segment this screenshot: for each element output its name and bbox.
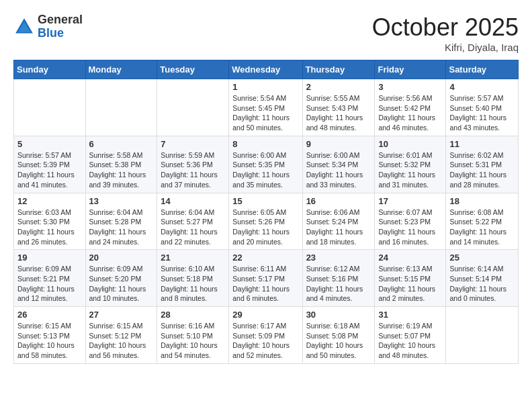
logo: General Blue <box>13 13 83 40</box>
calendar-cell <box>85 79 157 136</box>
logo-general: General <box>38 13 83 27</box>
calendar-cell: 30Sunrise: 6:18 AM Sunset: 5:08 PM Dayli… <box>302 307 375 364</box>
calendar-cell: 2Sunrise: 5:55 AM Sunset: 5:43 PM Daylig… <box>302 79 375 136</box>
day-info: Sunrise: 5:55 AM Sunset: 5:43 PM Dayligh… <box>306 93 371 133</box>
calendar-cell: 19Sunrise: 6:09 AM Sunset: 5:21 PM Dayli… <box>14 250 86 307</box>
title-block: October 2025 Kifri, Diyala, Iraq <box>372 13 519 53</box>
logo-icon <box>13 16 35 38</box>
weekday-header: Monday <box>85 60 157 79</box>
calendar-week-row: 26Sunrise: 6:15 AM Sunset: 5:13 PM Dayli… <box>14 307 519 364</box>
day-number: 9 <box>306 139 371 149</box>
day-number: 10 <box>378 139 442 149</box>
day-info: Sunrise: 5:58 AM Sunset: 5:38 PM Dayligh… <box>89 150 154 190</box>
day-info: Sunrise: 6:08 AM Sunset: 5:22 PM Dayligh… <box>449 208 515 247</box>
calendar-week-row: 12Sunrise: 6:03 AM Sunset: 5:30 PM Dayli… <box>14 193 519 250</box>
day-info: Sunrise: 6:09 AM Sunset: 5:20 PM Dayligh… <box>89 264 154 304</box>
day-info: Sunrise: 6:05 AM Sunset: 5:26 PM Dayligh… <box>232 208 298 247</box>
day-number: 22 <box>232 253 298 263</box>
weekday-header: Thursday <box>302 60 375 79</box>
day-number: 26 <box>17 310 82 320</box>
calendar-cell: 25Sunrise: 6:14 AM Sunset: 5:14 PM Dayli… <box>446 250 519 307</box>
day-number: 14 <box>161 196 225 206</box>
day-number: 29 <box>232 310 298 320</box>
day-number: 30 <box>306 310 371 320</box>
calendar-cell: 7Sunrise: 5:59 AM Sunset: 5:36 PM Daylig… <box>157 136 229 193</box>
calendar-cell <box>446 307 519 364</box>
day-info: Sunrise: 6:12 AM Sunset: 5:16 PM Dayligh… <box>306 264 371 304</box>
day-info: Sunrise: 6:16 AM Sunset: 5:10 PM Dayligh… <box>161 321 225 361</box>
day-info: Sunrise: 5:56 AM Sunset: 5:42 PM Dayligh… <box>378 93 442 133</box>
calendar-cell: 15Sunrise: 6:05 AM Sunset: 5:26 PM Dayli… <box>229 193 302 250</box>
day-info: Sunrise: 6:07 AM Sunset: 5:23 PM Dayligh… <box>378 208 442 247</box>
calendar-cell: 14Sunrise: 6:04 AM Sunset: 5:27 PM Dayli… <box>157 193 229 250</box>
day-number: 3 <box>378 82 442 92</box>
day-info: Sunrise: 6:15 AM Sunset: 5:13 PM Dayligh… <box>17 321 82 361</box>
calendar-table: SundayMondayTuesdayWednesdayThursdayFrid… <box>13 60 519 364</box>
calendar-cell: 9Sunrise: 6:00 AM Sunset: 5:34 PM Daylig… <box>302 136 375 193</box>
day-info: Sunrise: 6:00 AM Sunset: 5:34 PM Dayligh… <box>306 150 371 190</box>
day-number: 5 <box>17 139 82 149</box>
logo-text: General Blue <box>38 13 83 40</box>
calendar-cell: 3Sunrise: 5:56 AM Sunset: 5:42 PM Daylig… <box>375 79 446 136</box>
calendar-week-row: 19Sunrise: 6:09 AM Sunset: 5:21 PM Dayli… <box>14 250 519 307</box>
calendar-cell: 22Sunrise: 6:11 AM Sunset: 5:17 PM Dayli… <box>229 250 302 307</box>
calendar-cell: 26Sunrise: 6:15 AM Sunset: 5:13 PM Dayli… <box>14 307 86 364</box>
calendar-cell: 31Sunrise: 6:19 AM Sunset: 5:07 PM Dayli… <box>375 307 446 364</box>
calendar-cell: 27Sunrise: 6:15 AM Sunset: 5:12 PM Dayli… <box>85 307 157 364</box>
calendar-cell: 28Sunrise: 6:16 AM Sunset: 5:10 PM Dayli… <box>157 307 229 364</box>
day-info: Sunrise: 6:02 AM Sunset: 5:31 PM Dayligh… <box>449 150 515 190</box>
day-number: 25 <box>449 253 515 263</box>
day-info: Sunrise: 5:57 AM Sunset: 5:40 PM Dayligh… <box>449 93 515 133</box>
day-number: 20 <box>89 253 154 263</box>
weekday-header: Wednesday <box>229 60 302 79</box>
day-info: Sunrise: 6:03 AM Sunset: 5:30 PM Dayligh… <box>17 208 82 247</box>
calendar-cell: 24Sunrise: 6:13 AM Sunset: 5:15 PM Dayli… <box>375 250 446 307</box>
day-number: 8 <box>232 139 298 149</box>
calendar-cell: 1Sunrise: 5:54 AM Sunset: 5:45 PM Daylig… <box>229 79 302 136</box>
day-number: 18 <box>449 196 515 206</box>
day-info: Sunrise: 6:17 AM Sunset: 5:09 PM Dayligh… <box>232 321 298 361</box>
calendar-cell: 10Sunrise: 6:01 AM Sunset: 5:32 PM Dayli… <box>375 136 446 193</box>
weekday-header: Tuesday <box>157 60 229 79</box>
calendar-cell: 21Sunrise: 6:10 AM Sunset: 5:18 PM Dayli… <box>157 250 229 307</box>
day-info: Sunrise: 6:11 AM Sunset: 5:17 PM Dayligh… <box>232 264 298 304</box>
day-number: 17 <box>378 196 442 206</box>
logo-blue: Blue <box>38 27 83 40</box>
calendar-week-row: 5Sunrise: 5:57 AM Sunset: 5:39 PM Daylig… <box>14 136 519 193</box>
weekday-header: Saturday <box>446 60 519 79</box>
day-info: Sunrise: 6:00 AM Sunset: 5:35 PM Dayligh… <box>232 150 298 190</box>
day-number: 19 <box>17 253 82 263</box>
day-number: 4 <box>449 82 515 92</box>
day-number: 24 <box>378 253 442 263</box>
calendar-cell: 18Sunrise: 6:08 AM Sunset: 5:22 PM Dayli… <box>446 193 519 250</box>
calendar-cell: 20Sunrise: 6:09 AM Sunset: 5:20 PM Dayli… <box>85 250 157 307</box>
weekday-header-row: SundayMondayTuesdayWednesdayThursdayFrid… <box>14 60 519 79</box>
day-number: 1 <box>232 82 298 92</box>
calendar-cell: 13Sunrise: 6:04 AM Sunset: 5:28 PM Dayli… <box>85 193 157 250</box>
weekday-header: Friday <box>375 60 446 79</box>
day-info: Sunrise: 6:04 AM Sunset: 5:27 PM Dayligh… <box>161 208 225 247</box>
day-info: Sunrise: 5:54 AM Sunset: 5:45 PM Dayligh… <box>232 93 298 133</box>
day-number: 27 <box>89 310 154 320</box>
day-info: Sunrise: 6:04 AM Sunset: 5:28 PM Dayligh… <box>89 208 154 247</box>
day-info: Sunrise: 6:13 AM Sunset: 5:15 PM Dayligh… <box>378 264 442 304</box>
calendar-cell: 5Sunrise: 5:57 AM Sunset: 5:39 PM Daylig… <box>14 136 86 193</box>
day-info: Sunrise: 6:01 AM Sunset: 5:32 PM Dayligh… <box>378 150 442 190</box>
day-info: Sunrise: 5:59 AM Sunset: 5:36 PM Dayligh… <box>161 150 225 190</box>
day-number: 28 <box>161 310 225 320</box>
day-info: Sunrise: 6:19 AM Sunset: 5:07 PM Dayligh… <box>378 321 442 361</box>
calendar-cell: 8Sunrise: 6:00 AM Sunset: 5:35 PM Daylig… <box>229 136 302 193</box>
calendar-cell: 29Sunrise: 6:17 AM Sunset: 5:09 PM Dayli… <box>229 307 302 364</box>
day-number: 2 <box>306 82 371 92</box>
day-info: Sunrise: 6:18 AM Sunset: 5:08 PM Dayligh… <box>306 321 371 361</box>
day-info: Sunrise: 6:09 AM Sunset: 5:21 PM Dayligh… <box>17 264 82 304</box>
day-number: 16 <box>306 196 371 206</box>
page-header: General Blue October 2025 Kifri, Diyala,… <box>13 13 519 53</box>
day-info: Sunrise: 6:14 AM Sunset: 5:14 PM Dayligh… <box>449 264 515 304</box>
day-number: 21 <box>161 253 225 263</box>
calendar-cell: 11Sunrise: 6:02 AM Sunset: 5:31 PM Dayli… <box>446 136 519 193</box>
calendar-cell: 6Sunrise: 5:58 AM Sunset: 5:38 PM Daylig… <box>85 136 157 193</box>
day-number: 12 <box>17 196 82 206</box>
location: Kifri, Diyala, Iraq <box>372 42 519 53</box>
calendar-cell: 4Sunrise: 5:57 AM Sunset: 5:40 PM Daylig… <box>446 79 519 136</box>
